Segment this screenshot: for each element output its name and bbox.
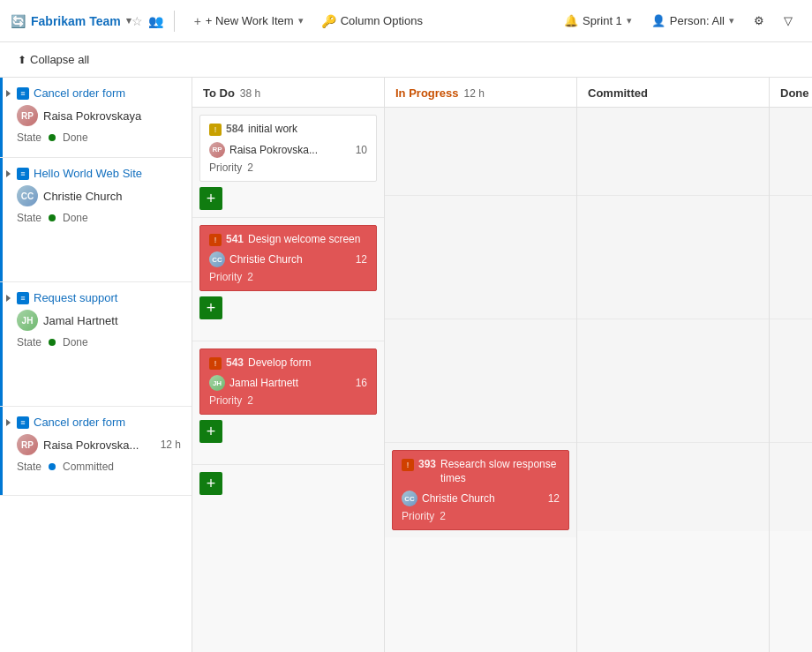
board-lane-4-todo: +: [192, 465, 384, 553]
sidebar-group-4: Cancel order form RP Raisa Pokrovska... …: [0, 407, 192, 496]
sidebar-state-2: State Done: [17, 212, 181, 224]
column-done-title: Done: [780, 86, 809, 100]
board-lane-1-inprogress: [385, 108, 576, 196]
card-584-footer: RP Raisa Pokrovska... 10: [209, 142, 367, 158]
column-inprogress: In Progress 12 h ! 393 Research slow res…: [385, 78, 577, 652]
sprint-selector[interactable]: 🔔 Sprint 1 ▾: [555, 11, 641, 31]
card-584-priority: Priority 2: [209, 161, 367, 174]
members-icon[interactable]: 👥: [148, 14, 163, 28]
avatar-3: JH: [17, 310, 38, 331]
priority-value-541: 2: [247, 271, 253, 283]
column-committed-header: Committed: [577, 78, 769, 108]
card-543-user: JH Jamal Hartnett: [209, 375, 298, 391]
card-assignee-543: Jamal Hartnett: [229, 377, 298, 389]
board-lane-1-done: [770, 108, 812, 196]
header-right-actions: 🔔 Sprint 1 ▾ 👤 Person: All ▾ ⚙ ▽: [555, 11, 801, 31]
filter-button[interactable]: ▽: [775, 11, 801, 31]
sidebar-item-1[interactable]: Cancel order form RP Raisa Pokrovskaya S…: [0, 78, 192, 157]
priority-icon-393: !: [402, 459, 414, 471]
board-lane-4-inprogress: ! 393 Research slow response times CC Ch…: [385, 443, 576, 537]
sidebar-item-2[interactable]: Hello World Web Site CC Christie Church …: [0, 158, 192, 281]
card-count-543: 16: [356, 377, 367, 389]
priority-icon-541: !: [209, 234, 222, 246]
header-divider: [174, 11, 175, 32]
add-button-lane3-todo[interactable]: +: [199, 420, 222, 443]
sidebar-avatar-3: JH Jamal Hartnett: [17, 310, 181, 331]
sidebar-avatar-4: RP Raisa Pokrovska... 12 h: [17, 434, 181, 455]
column-todo-title: To Do: [203, 86, 235, 100]
collapse-triangle-4: [6, 419, 11, 426]
state-value-2: Done: [63, 212, 88, 224]
card-393-footer: CC Christie Church 12: [402, 491, 560, 506]
header: 🔄 Fabrikam Team ▾ ☆ 👥 + + New Work Item …: [0, 0, 812, 42]
sidebar-item-title-1: Cancel order form: [17, 86, 181, 100]
avatar-4: RP: [17, 434, 38, 455]
board-lane-3-todo: ! 543 Develop form JH Jamal Hartnett 16 …: [192, 341, 384, 465]
state-label-4: State: [17, 461, 41, 473]
team-icon: 🔄: [11, 14, 26, 28]
state-value-1: Done: [63, 131, 88, 144]
column-options-button[interactable]: 🔑 Column Options: [312, 11, 432, 32]
card-393-priority: Priority 2: [402, 510, 560, 522]
collapse-triangle-3: [6, 295, 11, 302]
priority-label-393: Priority: [402, 510, 434, 522]
column-todo-hours: 38 h: [240, 87, 260, 100]
sidebar-avatar-1: RP Raisa Pokrovskaya: [17, 105, 181, 126]
card-541-priority: Priority 2: [209, 271, 367, 283]
sidebar-item-name-1: Cancel order form: [34, 86, 125, 100]
priority-value-584: 2: [247, 161, 253, 174]
card-543-footer: JH Jamal Hartnett 16: [209, 375, 367, 391]
settings-button[interactable]: ⚙: [745, 11, 773, 31]
card-584[interactable]: ! 584 initial work RP Raisa Pokrovska...…: [199, 115, 377, 182]
card-title-393: Research slow response times: [440, 458, 560, 485]
sidebar: Cancel order form RP Raisa Pokrovskaya S…: [0, 78, 192, 652]
avatar-1: RP: [17, 105, 38, 126]
priority-label-543: Priority: [209, 394, 242, 407]
collapse-icon: ⬆: [18, 54, 26, 66]
person-selector[interactable]: 👤 Person: All ▾: [643, 11, 743, 31]
card-541[interactable]: ! 541 Design welcome screen CC Christie …: [199, 225, 377, 292]
sidebar-group-3: Request support JH Jamal Hartnett State …: [0, 282, 192, 407]
state-label-2: State: [17, 212, 41, 224]
sprint-label: Sprint 1: [583, 14, 622, 27]
board-lane-2-inprogress: [385, 196, 576, 319]
sidebar-item-name-4: Cancel order form: [34, 416, 125, 429]
card-title-543: Develop form: [248, 356, 311, 371]
board-lane-1-committed: [577, 108, 769, 196]
sidebar-item-3[interactable]: Request support JH Jamal Hartnett State …: [0, 282, 192, 406]
add-button-lane2-todo[interactable]: +: [199, 296, 222, 319]
card-avatar-541: CC: [209, 251, 225, 267]
settings-icon: ⚙: [754, 14, 764, 27]
team-selector[interactable]: 🔄 Fabrikam Team ▾: [11, 14, 132, 28]
sidebar-item-4[interactable]: Cancel order form RP Raisa Pokrovska... …: [0, 407, 192, 495]
card-543[interactable]: ! 543 Develop form JH Jamal Hartnett 16 …: [199, 348, 377, 416]
sidebar-item-title-2: Hello World Web Site: [17, 167, 181, 180]
board: To Do 38 h ! 584 initial work RP Raisa P…: [192, 78, 812, 652]
sidebar-group-1: Cancel order form RP Raisa Pokrovskaya S…: [0, 78, 192, 158]
avatar-2: CC: [17, 185, 38, 206]
card-393-user: CC Christie Church: [402, 491, 495, 506]
collapse-all-button[interactable]: ⬆ Collapse all: [11, 49, 96, 70]
priority-label-584: Priority: [209, 161, 242, 174]
card-393[interactable]: ! 393 Research slow response times CC Ch…: [392, 450, 569, 530]
card-count-393: 12: [548, 492, 560, 505]
column-options-label: Column Options: [341, 14, 423, 27]
card-count-584: 10: [356, 144, 367, 156]
card-count-541: 12: [356, 253, 367, 266]
plus-icon: +: [194, 14, 201, 28]
sidebar-group-2: Hello World Web Site CC Christie Church …: [0, 158, 192, 282]
card-543-priority: Priority 2: [209, 394, 367, 407]
column-inprogress-header: In Progress 12 h: [385, 78, 576, 108]
assignee-name-3: Jamal Hartnett: [43, 314, 118, 327]
add-button-lane1-todo[interactable]: +: [199, 187, 222, 210]
person-chevron-icon: ▾: [729, 15, 734, 26]
favorite-icon[interactable]: ☆: [132, 14, 143, 28]
priority-icon-584: !: [209, 124, 222, 136]
work-item-icon-2: [17, 168, 29, 180]
add-button-lane4-todo[interactable]: +: [199, 472, 222, 495]
state-dot-4: [49, 463, 56, 470]
new-work-item-button[interactable]: + + New Work Item ▾: [185, 11, 312, 32]
work-item-icon-1: [17, 87, 29, 100]
sidebar-item-name-2: Hello World Web Site: [34, 167, 142, 180]
work-item-icon-4: [17, 416, 29, 429]
